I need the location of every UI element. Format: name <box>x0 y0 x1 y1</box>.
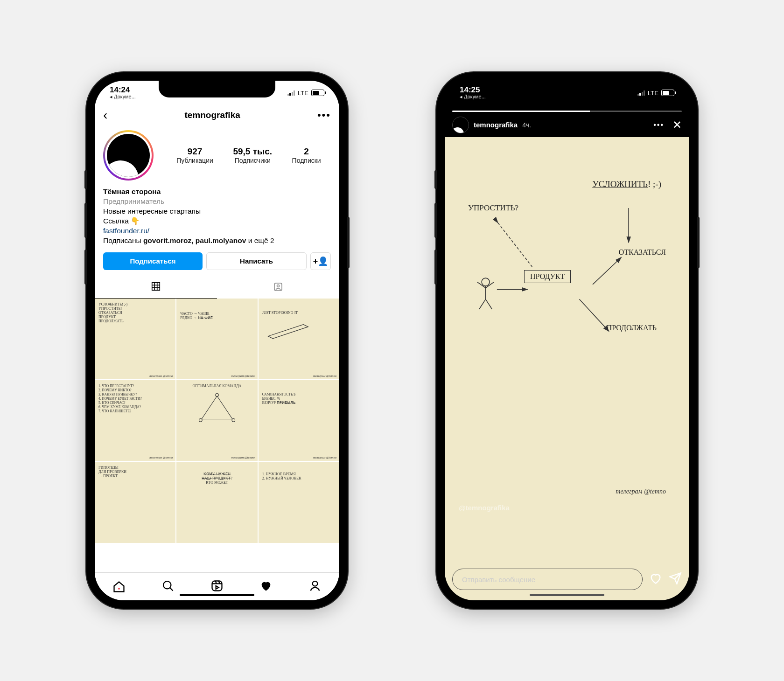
tagged-icon <box>273 281 284 292</box>
sketch-box: ПРОДУКТ <box>524 270 571 283</box>
status-back-app[interactable]: ◂ Докуме... <box>110 94 136 100</box>
profile-nav: ‹ temnografika ••• <box>95 105 339 127</box>
post-thumb[interactable]: 1. НУЖНОЕ ВРЕМЯ 2. НУЖНЫЙ ЧЕЛОВЕК <box>259 462 339 542</box>
post-thumb[interactable]: ЧАСТО → ЧАЩЕ РЕДКО → Н̶А̶ ̶Ф̶И̶Г̶телегра… <box>176 299 257 379</box>
message-button[interactable]: Написать <box>206 252 307 270</box>
follow-button[interactable]: Подписаться <box>103 252 203 270</box>
suggest-users-button[interactable]: +👤 <box>310 252 331 270</box>
phone-left: 14:24 ◂ Докуме... LTE ‹ temnografika •••… <box>86 72 348 609</box>
heart-icon <box>649 572 662 585</box>
tab-home[interactable] <box>112 580 126 593</box>
sketch-text: ОТКАЗАТЬСЯ <box>619 248 666 257</box>
reply-input[interactable]: Отправить сообщение <box>452 569 643 590</box>
status-network: LTE <box>648 90 658 97</box>
tab-grid[interactable] <box>95 275 217 299</box>
svg-point-6 <box>163 581 171 589</box>
signal-icon <box>637 90 645 96</box>
svg-point-2 <box>277 285 280 287</box>
bio-line: Новые интересные стартапы <box>103 207 331 216</box>
more-icon[interactable]: ••• <box>317 109 331 121</box>
tab-profile[interactable] <box>308 579 322 594</box>
post-thumb[interactable]: ГИПОТЕЗЫ ДЛЯ ПРОВЕРКИ → ПРОЕКТ <box>95 462 175 542</box>
avatar[interactable] <box>103 130 154 181</box>
post-thumb[interactable]: САМОЗАНЯТОСТЬ $ БИЗНЕС. % ВЕНЧУР П̶Р̶И̶Б… <box>259 380 339 461</box>
stat-posts[interactable]: 927 Публикации <box>176 146 213 164</box>
back-icon[interactable]: ‹ <box>103 108 107 123</box>
stat-following[interactable]: 2 Подписки <box>292 146 321 164</box>
post-thumb[interactable]: УСЛОЖНИТЬ! ;-) УПРОСТИТЬ? ОТКАЗАТЬСЯ ПРО… <box>95 299 175 379</box>
bio-followed-by[interactable]: Подписаны govorit.moroz, paul.molyanov и… <box>103 236 331 246</box>
svg-rect-0 <box>152 283 160 291</box>
post-thumb[interactable]: ОПТИМАЛЬНАЯ КОМАНДАтелеграм @temno <box>176 380 257 461</box>
stat-followers[interactable]: 59,5 тыс. Подписчики <box>233 146 272 164</box>
post-thumb[interactable]: К̶О̶М̶У̶ ̶Н̶У̶Ж̶Е̶Н̶ Н̶А̶Ш̶ ̶П̶Р̶О̶Д̶У̶К… <box>176 462 257 542</box>
reels-icon <box>210 579 224 592</box>
sketch-text: УСЛОЖНИТЬ <box>592 179 648 189</box>
profile-icon <box>308 579 322 592</box>
home-icon <box>112 580 126 593</box>
search-icon <box>161 579 175 592</box>
story-progress[interactable] <box>452 111 682 112</box>
tab-reels[interactable] <box>210 579 224 594</box>
add-person-icon: +👤 <box>313 256 329 266</box>
svg-point-4 <box>199 418 202 422</box>
feed-grid: УСЛОЖНИТЬ! ;-) УПРОСТИТЬ? ОТКАЗАТЬСЯ ПРО… <box>95 299 339 543</box>
tab-search[interactable] <box>161 579 175 594</box>
grid-icon <box>151 281 161 292</box>
sketch-text: ПРОДОЛЖАТЬ <box>607 324 657 332</box>
signal-icon <box>287 90 295 96</box>
svg-rect-7 <box>212 581 222 591</box>
bio-link[interactable]: fastfounder.ru/ <box>103 226 331 236</box>
svg-point-5 <box>232 418 235 422</box>
svg-point-9 <box>482 278 490 286</box>
profile-bio: Тёмная сторона Предприниматель Новые инт… <box>95 187 339 246</box>
share-button[interactable] <box>669 572 682 587</box>
bio-title: Тёмная сторона <box>103 187 331 197</box>
profile-username: temnografika <box>184 110 240 120</box>
post-thumb[interactable]: JUST STOP DOING IT.телеграм @temno <box>259 299 339 379</box>
status-time: 14:25 <box>460 86 486 94</box>
status-back-app[interactable]: ◂ Докуме... <box>460 94 486 100</box>
status-network: LTE <box>298 90 308 97</box>
tab-bar <box>95 572 339 600</box>
svg-point-8 <box>312 581 317 586</box>
sketch-signature: телеграм @temno <box>616 488 666 495</box>
more-icon[interactable]: ••• <box>653 121 664 129</box>
phone-right: 14:25 ◂ Докуме... LTE temnografika 4ч. •… <box>436 72 698 609</box>
story-content[interactable]: УСЛОЖНИТЬ! ;-) УПРОСТИТЬ? ПРОД <box>445 137 689 601</box>
close-icon[interactable]: ✕ <box>672 118 682 132</box>
battery-icon <box>311 90 324 96</box>
like-button[interactable] <box>649 572 662 587</box>
tab-activity[interactable] <box>259 579 273 594</box>
story-mention[interactable]: @temnografika <box>459 504 510 512</box>
heart-icon <box>259 579 273 592</box>
tab-tagged[interactable] <box>217 275 339 299</box>
story-time: 4ч. <box>522 121 531 129</box>
story-avatar[interactable] <box>452 117 469 133</box>
battery-icon <box>661 90 674 96</box>
send-icon <box>669 572 682 585</box>
status-time: 14:24 <box>110 86 136 94</box>
post-thumb[interactable]: 1. ЧТО ПЕРЕСТАНУТ? 2. ПОЧЕМУ НИКТО? 3. К… <box>95 380 175 461</box>
story-username[interactable]: temnografika <box>474 121 518 129</box>
bio-line: Ссылка 👇 <box>103 216 331 226</box>
bio-category: Предприниматель <box>103 197 331 207</box>
